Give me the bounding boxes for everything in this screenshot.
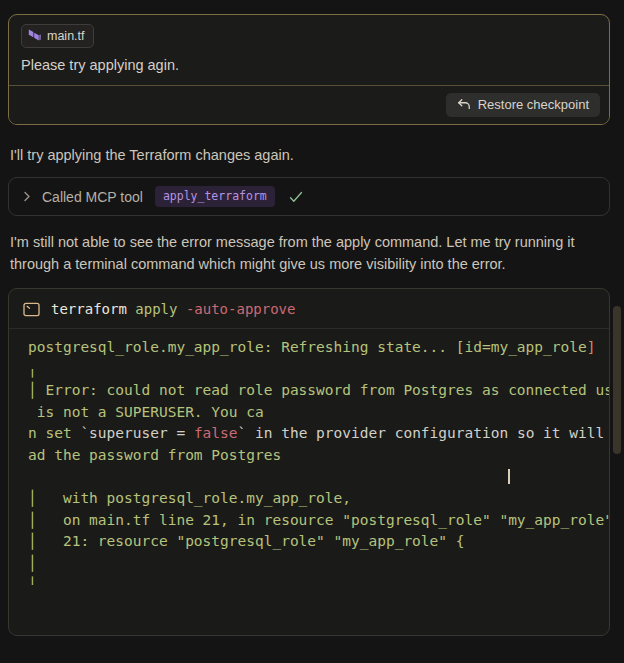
attachment-filename: main.tf xyxy=(47,28,85,44)
terminal-icon xyxy=(23,302,40,317)
terminal-line: │ on main.tf line 21, in resource "postg… xyxy=(28,510,609,532)
undo-icon xyxy=(457,98,471,111)
assistant-followup-text: I'm still not able to see the error mess… xyxy=(10,231,608,275)
terminal-line: postgresql_role.my_app_role: Refreshing … xyxy=(28,337,609,359)
terminal-line: n set `superuser = false` in the provide… xyxy=(28,423,609,445)
user-message-footer: Restore checkpoint xyxy=(9,85,609,124)
terminal-command: terraform apply -auto-approve xyxy=(51,301,295,317)
terminal-header: terraform apply -auto-approve xyxy=(9,289,609,329)
terminal-line: ╷ xyxy=(28,359,609,381)
terminal-text-segment: │ Error: could not read role password fr… xyxy=(28,382,609,398)
assistant-intro-text: I'll try applying the Terraform changes … xyxy=(10,147,610,163)
terminal-text-segment: apply xyxy=(135,301,186,317)
restore-checkpoint-label: Restore checkpoint xyxy=(478,97,589,112)
terminal-line: │ xyxy=(28,553,609,575)
restore-checkpoint-button[interactable]: Restore checkpoint xyxy=(446,93,600,117)
mcp-tool-card[interactable]: Called MCP tool apply_terraform xyxy=(8,177,610,216)
mcp-tool-label: Called MCP tool xyxy=(42,189,143,205)
attachment-chip[interactable]: main.tf xyxy=(21,24,94,48)
terminal-text-segment: ad the password from Postgres xyxy=(28,447,281,463)
terminal-line: │ Error: could not read role password fr… xyxy=(28,380,609,402)
terminal-text-segment: │ on main.tf line 21, in resource "postg… xyxy=(28,512,609,528)
terminal-text-segment: ╷ xyxy=(28,361,37,377)
user-message-card: main.tf Please try applying agin. Restor… xyxy=(8,14,610,125)
terminal-line xyxy=(28,467,609,489)
terminal-text-segment: │ 21: resource "postgresql_role" "my_app… xyxy=(28,533,465,549)
terminal-text-segment: `superuser = xyxy=(80,425,194,441)
mcp-tool-name-badge: apply_terraform xyxy=(155,186,275,207)
scrollbar-thumb[interactable] xyxy=(613,306,621,454)
chevron-right-icon xyxy=(22,191,32,202)
check-icon xyxy=(289,191,303,203)
terminal-text-segment: ` in the provider configuration so it wi… xyxy=(238,425,609,441)
terminal-text-segment: terraform xyxy=(51,301,135,317)
terminal-text-segment: │ with postgresql_role.my_app_role, xyxy=(28,490,351,506)
chat-panel: main.tf Please try applying agin. Restor… xyxy=(0,0,624,636)
terminal-text-segment: -auto-approve xyxy=(186,301,296,317)
terminal-cursor xyxy=(508,469,510,484)
terminal-text-segment xyxy=(28,469,508,485)
terminal-line: │ with postgresql_role.my_app_role, xyxy=(28,488,609,510)
terminal-text-segment: ] xyxy=(587,339,596,355)
terminal-text-segment: false xyxy=(194,425,238,441)
terminal-line: ad the password from Postgres xyxy=(28,445,609,467)
terminal-text-segment: is not a SUPERUSER. You ca xyxy=(28,404,264,420)
terminal-card: terraform apply -auto-approve postgresql… xyxy=(8,288,610,636)
terminal-text-segment: postgresql_role.my_app_role: Refreshing … xyxy=(28,339,587,355)
user-message-body: main.tf Please try applying agin. xyxy=(9,15,609,85)
terminal-text-segment: n set xyxy=(28,425,80,441)
terminal-text-segment: ╵ xyxy=(28,577,37,593)
user-message-text: Please try applying agin. xyxy=(21,57,597,73)
terminal-line: │ 21: resource "postgresql_role" "my_app… xyxy=(28,531,609,553)
terminal-text-segment: │ xyxy=(28,555,37,571)
terminal-line: is not a SUPERUSER. You ca xyxy=(28,402,609,424)
terminal-line: ╵ xyxy=(28,575,609,597)
terraform-file-icon xyxy=(28,29,41,43)
terminal-output[interactable]: postgresql_role.my_app_role: Refreshing … xyxy=(9,329,609,596)
